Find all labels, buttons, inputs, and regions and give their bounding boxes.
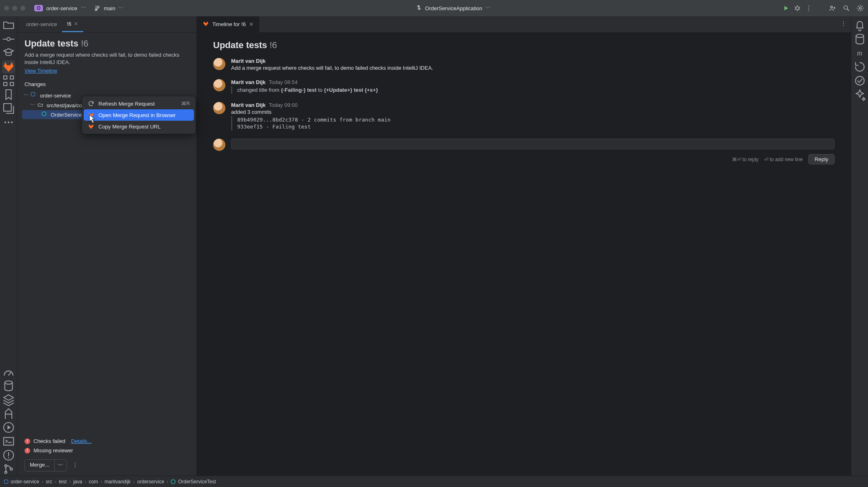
coverage-icon[interactable] [853, 74, 866, 87]
notifications-icon[interactable] [853, 19, 866, 32]
debug-button[interactable] [794, 4, 801, 12]
ctx-refresh-mr[interactable]: Refresh Merge Request ⌘R [84, 98, 194, 109]
learn-tool-icon[interactable] [2, 46, 15, 60]
gitlab-icon [88, 123, 94, 130]
terminal-tool-icon[interactable] [2, 435, 15, 448]
branch-selector[interactable]: main ﹀ [94, 4, 124, 12]
svg-point-30 [855, 76, 864, 85]
more-actions-icon[interactable] [70, 460, 80, 471]
window-controls[interactable] [4, 6, 25, 11]
crumb[interactable]: orderservice [137, 479, 164, 485]
reply-button[interactable]: Reply [808, 154, 835, 164]
minimize-window-icon[interactable] [12, 6, 17, 11]
title-change-added: {+Update+} [324, 87, 352, 93]
crumb[interactable]: test [59, 479, 67, 485]
run-button[interactable] [782, 4, 790, 12]
git-tool-icon[interactable] [2, 463, 15, 476]
chevron-down-icon[interactable]: ﹀ [54, 460, 67, 471]
view-timeline-link[interactable]: View Timeline [24, 68, 57, 74]
crumb[interactable]: OrderServiceTest [178, 479, 216, 485]
layers-tool-icon[interactable] [2, 393, 15, 406]
mr-tab-number[interactable]: !6 ✕ [62, 16, 83, 32]
left-tool-strip [0, 16, 17, 476]
close-window-icon[interactable] [4, 6, 9, 11]
svg-point-28 [843, 25, 844, 26]
missing-reviewer-alert: ! Missing reviewer [24, 446, 189, 455]
crumb[interactable]: maritvandijk [105, 479, 131, 485]
merge-button-label: Merge... [25, 460, 54, 471]
zoom-window-icon[interactable] [20, 6, 25, 11]
editor-tab-more-icon[interactable] [836, 16, 851, 32]
editor-tab-timeline[interactable]: Timeline for !6 ✕ [197, 16, 260, 32]
chevron-right-icon: › [100, 479, 102, 485]
branch-icon [94, 4, 101, 12]
close-icon[interactable]: ✕ [74, 21, 78, 27]
pull-requests-tool-icon[interactable] [2, 102, 15, 115]
more-run-icon[interactable] [805, 4, 812, 12]
ctx-item-label: Open Merge Request in Browser [98, 112, 176, 118]
history-icon[interactable] [853, 60, 866, 73]
crumb[interactable]: com [89, 479, 98, 485]
title-change-kept: test [307, 87, 316, 93]
reply-hint: ⏎ to add new line [764, 157, 803, 162]
refresh-icon [88, 100, 94, 107]
title-change-kept2: test [354, 87, 363, 93]
project-tool-icon[interactable] [2, 19, 15, 32]
ctx-item-shortcut: ⌘R [181, 101, 190, 106]
timeline-mr-number: !6 [269, 40, 277, 50]
missing-reviewer-text: Missing reviewer [33, 447, 73, 454]
crumb[interactable]: java [73, 479, 82, 485]
maven-icon[interactable]: m [853, 46, 866, 60]
ctx-open-in-browser[interactable]: Open Merge Request in Browser [84, 109, 194, 121]
settings-icon[interactable] [857, 4, 864, 12]
chevron-right-icon: › [133, 479, 135, 485]
checks-details-link[interactable]: Details... [71, 438, 92, 444]
gauge-tool-icon[interactable] [2, 365, 15, 379]
editor-tabs: Timeline for !6 ✕ [197, 16, 851, 33]
chevron-down-icon: ﹀ [81, 4, 87, 12]
merge-button[interactable]: Merge... ﹀ [24, 459, 67, 472]
project-selector[interactable]: O order-service ﹀ [31, 3, 90, 13]
recycle-icon [415, 4, 423, 12]
search-icon[interactable] [843, 4, 850, 12]
project-name: order-service [46, 5, 77, 11]
svg-point-14 [7, 122, 9, 123]
breadcrumb-bar: order-service › src › test › java › com … [0, 476, 868, 487]
commit-tool-icon[interactable] [2, 33, 15, 46]
chevron-right-icon: › [42, 479, 43, 485]
title-change-mid: to [318, 87, 324, 93]
chevron-down-icon: ﹀ [30, 102, 35, 109]
bookmarks-tool-icon[interactable] [2, 88, 15, 101]
chevron-right-icon: › [85, 479, 86, 485]
collaborators-icon[interactable] [829, 4, 836, 12]
ai-assistant-icon[interactable] [853, 88, 866, 101]
project-badge: O [34, 5, 43, 11]
titlebar: O order-service ﹀ main ﹀ OrderServiceApp… [0, 0, 868, 16]
commit-line: 933eef15 - Failing test [231, 123, 835, 131]
crumb[interactable]: order-service [11, 479, 39, 485]
gitlab-tool-icon[interactable] [2, 60, 15, 73]
reply-row [213, 139, 835, 151]
svg-point-15 [11, 122, 12, 123]
run-tool-icon[interactable] [2, 421, 15, 434]
mr-tab-project[interactable]: order-service [21, 16, 62, 32]
svg-point-7 [7, 38, 10, 41]
run-config-selector[interactable]: OrderServiceApplication ﹀ [415, 4, 491, 12]
problems-tool-icon[interactable] [2, 449, 15, 462]
crumb[interactable]: src [46, 479, 52, 485]
svg-point-3 [808, 10, 809, 11]
editor-area: Timeline for !6 ✕ Update tests !6 Marit … [197, 16, 851, 476]
branch-name: main [104, 5, 115, 11]
build-tool-icon[interactable] [2, 407, 15, 420]
ctx-copy-url[interactable]: Copy Merge Request URL [84, 121, 194, 132]
title-change-prefix: changed title from [237, 87, 281, 93]
reply-input[interactable] [231, 139, 835, 149]
chevron-down-icon: ﹀ [24, 92, 29, 99]
event-author: Marit van Dijk [231, 79, 266, 85]
module-icon [4, 480, 8, 484]
close-icon[interactable]: ✕ [249, 21, 254, 27]
more-tool-icon[interactable] [2, 116, 15, 129]
structure-tool-icon[interactable] [2, 74, 15, 87]
database-right-icon[interactable] [853, 33, 866, 46]
database-tool-icon[interactable] [2, 379, 15, 392]
